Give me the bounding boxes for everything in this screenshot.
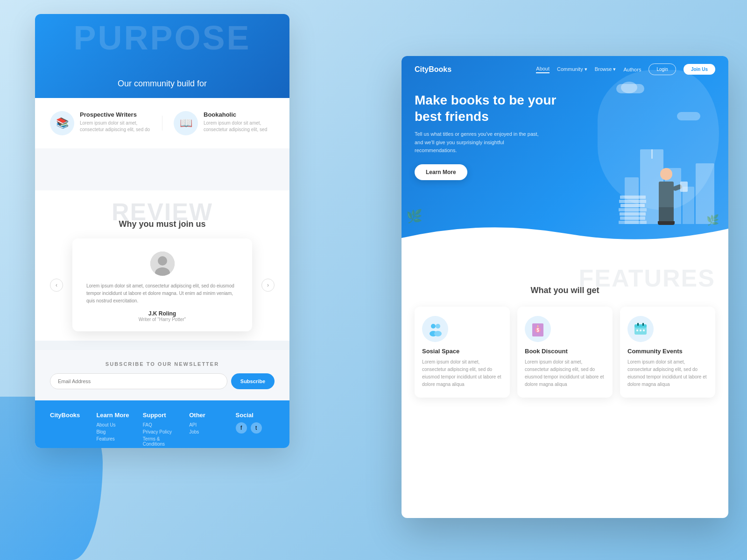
nav-login-btn[interactable]: Login xyxy=(648,63,676,75)
svg-rect-13 xyxy=(642,323,644,326)
book-discount-desc: Lorem ipsum dolor sit amet, consectetur … xyxy=(525,358,605,388)
nav-link-authors[interactable]: Authors xyxy=(623,67,641,72)
grey-spacer xyxy=(35,148,289,190)
community-events-desc: Lorem ipsum dolor sit amet, consectetur … xyxy=(627,358,708,388)
feature-card-discount: $ Book Discount Lorem ipsum dolor sit am… xyxy=(517,307,613,398)
book-discount-icon: $ xyxy=(525,316,551,342)
hero-bg-text: PURPOSE xyxy=(35,19,289,57)
footer-blog-link[interactable]: Blog xyxy=(96,429,135,434)
writers-icon: 📚 xyxy=(50,111,74,135)
review-title: Why you must join us xyxy=(50,219,275,229)
building-4 xyxy=(683,187,694,224)
footer-support-title: Support xyxy=(143,412,182,419)
reviewer-name: J.K Roling xyxy=(86,310,238,317)
wave-divider xyxy=(402,219,728,252)
svg-rect-14 xyxy=(636,329,638,331)
book-4 xyxy=(619,208,647,211)
hero-title: Make books to be your best friends xyxy=(415,92,564,125)
footer-citybooks-title: CityBooks xyxy=(50,412,89,419)
footer-col-other: Other API Jobs xyxy=(189,412,228,448)
book-1 xyxy=(620,196,646,199)
bookaholic-desc: Lorem ipsum dolor sit amet, consectetur … xyxy=(204,120,275,133)
svg-text:$: $ xyxy=(536,328,539,333)
review-section: REVIEW Why you must join us ‹ Lorem ipsu… xyxy=(35,190,289,341)
bookaholic-text: Bookaholic Lorem ipsum dolor sit amet, c… xyxy=(204,111,275,133)
writers-title: Prospective Writers xyxy=(80,111,151,118)
nav-logo: CityBooks xyxy=(415,65,451,74)
footer-grid: CityBooks Learn More About Us Blog Featu… xyxy=(50,412,275,448)
footer-api-link[interactable]: API xyxy=(189,422,228,427)
features-section: FEATURES What you will get Sosial Space … xyxy=(402,252,728,407)
book-5 xyxy=(620,212,646,216)
purpose-item-bookaholic: 📖 Bookaholic Lorem ipsum dolor sit amet,… xyxy=(174,111,275,135)
nav-link-browse[interactable]: Browse ▾ xyxy=(595,66,616,72)
feature-card-events: Community Events Lorem ipsum dolor sit a… xyxy=(620,307,715,398)
svg-rect-11 xyxy=(634,324,647,328)
review-text: Lorem ipsum dolor sit amet, consectetur … xyxy=(86,282,238,305)
footer-col-support: Support FAQ Privacy Policy Terms & Condi… xyxy=(143,412,182,448)
nav-links: About Community ▾ Browse ▾ Authors Login… xyxy=(536,63,715,75)
footer-other-title: Other xyxy=(189,412,228,419)
purpose-divider xyxy=(162,116,162,131)
purpose-section: 📚 Prospective Writers Lorem ipsum dolor … xyxy=(35,98,289,148)
social-space-name: Sosial Space xyxy=(422,348,502,355)
book-discount-name: Book Discount xyxy=(525,348,605,355)
left-card-footer: CityBooks Learn More About Us Blog Featu… xyxy=(35,400,289,448)
left-card-hero: PURPOSE Our community build for xyxy=(35,14,289,98)
writers-desc: Lorem ipsum dolor sit amet, consectetur … xyxy=(80,120,151,133)
hero-content: Make books to be your best friends Tell … xyxy=(402,83,728,189)
community-events-icon xyxy=(627,316,654,342)
newsletter-input[interactable] xyxy=(50,373,227,389)
writers-text: Prospective Writers Lorem ipsum dolor si… xyxy=(80,111,151,133)
twitter-icon[interactable]: t xyxy=(251,422,262,434)
social-space-desc: Lorem ipsum dolor sit amet, consectetur … xyxy=(422,358,502,388)
newsletter-form: Subscribe xyxy=(50,373,275,389)
book-3 xyxy=(620,204,645,207)
svg-rect-12 xyxy=(637,323,639,326)
right-nav: CityBooks About Community ▾ Browse ▾ Aut… xyxy=(402,56,728,83)
book-2 xyxy=(619,200,646,203)
reviewer-role: Writer of "Harry Potter" xyxy=(86,317,238,322)
svg-point-3 xyxy=(431,324,436,329)
footer-terms-link[interactable]: Terms & Conditions xyxy=(143,436,182,447)
footer-privacy-link[interactable]: Privacy Policy xyxy=(143,429,182,434)
footer-col-citybooks: CityBooks xyxy=(50,412,89,448)
footer-features-link[interactable]: Features xyxy=(96,436,135,441)
svg-point-4 xyxy=(436,324,440,329)
footer-col-social: Social f t xyxy=(236,412,275,448)
hero-cta-btn[interactable]: Learn More xyxy=(415,164,467,180)
right-hero: 🌿 🌿 CityBooks About Community ▾ Browse ▾… xyxy=(402,56,728,252)
newsletter-subscribe-btn[interactable]: Subscribe xyxy=(231,373,275,389)
footer-learn-title: Learn More xyxy=(96,412,135,419)
bookaholic-title: Bookaholic xyxy=(204,111,275,118)
nav-link-about[interactable]: About xyxy=(536,66,550,73)
footer-col-learn: Learn More About Us Blog Features xyxy=(96,412,135,448)
review-prev-btn[interactable]: ‹ xyxy=(50,279,63,292)
newsletter-section: SUBSCRIBE TO OUR NEWSLETTER Subscribe xyxy=(35,350,289,400)
social-space-icon xyxy=(422,316,448,342)
svg-point-1 xyxy=(158,256,167,266)
footer-faq-link[interactable]: FAQ xyxy=(143,422,182,427)
purpose-item-writers: 📚 Prospective Writers Lorem ipsum dolor … xyxy=(50,111,151,135)
footer-jobs-link[interactable]: Jobs xyxy=(189,429,228,434)
footer-social-title: Social xyxy=(236,412,275,419)
reviewer-avatar xyxy=(150,252,175,276)
features-grid: Sosial Space Lorem ipsum dolor sit amet,… xyxy=(415,307,715,398)
feature-card-social: Sosial Space Lorem ipsum dolor sit amet,… xyxy=(415,307,510,398)
bookaholic-icon: 📖 xyxy=(174,111,198,135)
left-card: PURPOSE Our community build for 📚 Prospe… xyxy=(35,14,289,448)
community-events-name: Community Events xyxy=(627,348,708,355)
hero-subtitle: Our community build for xyxy=(118,79,207,89)
svg-point-6 xyxy=(434,331,442,336)
review-next-btn[interactable]: › xyxy=(261,279,275,292)
newsletter-label: SUBSCRIBE TO OUR NEWSLETTER xyxy=(50,361,275,367)
right-card: 🌿 🌿 CityBooks About Community ▾ Browse ▾… xyxy=(402,56,728,518)
nav-link-community[interactable]: Community ▾ xyxy=(557,66,587,72)
svg-rect-15 xyxy=(640,329,641,331)
facebook-icon[interactable]: f xyxy=(236,422,247,434)
review-card: Lorem ipsum dolor sit amet, consectetur … xyxy=(72,238,252,331)
nav-join-btn[interactable]: Join Us xyxy=(684,64,715,75)
footer-about-link[interactable]: About Us xyxy=(96,422,135,427)
svg-rect-16 xyxy=(643,329,645,331)
hero-subtitle: Tell us what titles or genres you've enj… xyxy=(415,130,545,155)
